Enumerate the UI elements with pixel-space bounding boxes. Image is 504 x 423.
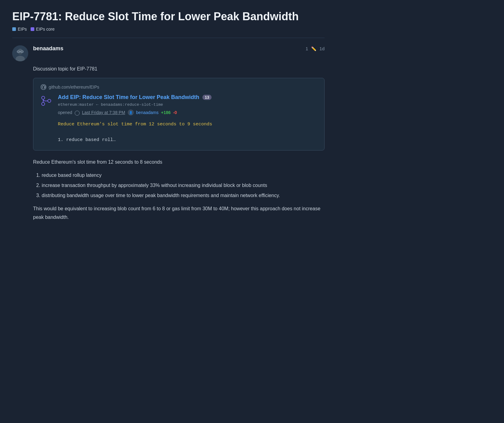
svg-point-8	[42, 96, 45, 99]
github-card-body: Add EIP: Reduce Slot Time for Lower Peak…	[41, 94, 317, 144]
tag-eips[interactable]: EIPs	[12, 27, 27, 32]
github-card-header: github.com/ethereum/EIPs	[41, 84, 317, 90]
tag-eips-label: EIPs	[18, 27, 27, 32]
body-list: reduce based rollup latency increase tra…	[42, 171, 325, 200]
body-extra: This would be equivalent to increasing b…	[33, 204, 325, 221]
post-timestamp: 1d	[319, 46, 325, 51]
avatar-image	[12, 45, 28, 61]
pr-comments-badge: 13	[202, 95, 212, 100]
pr-icon-container	[41, 95, 52, 108]
pr-details: Add EIP: Reduce Slot Time for Lower Peak…	[58, 94, 317, 144]
github-card: github.com/ethereum/EIPs Add EIP: Reduce…	[33, 78, 325, 151]
post-header: benaadams 1 ✏️ 1d	[12, 45, 325, 61]
pr-author-avatar: 👤	[128, 109, 134, 116]
tag-eips-core[interactable]: EIPs core	[31, 27, 55, 32]
tag-eips-square	[12, 27, 16, 31]
code-line-3: 1. reduce based roll…	[58, 136, 317, 144]
branch-from: benaadams:reduce-slot-time	[101, 102, 163, 107]
svg-point-9	[42, 102, 45, 105]
body-intro: Reduce Ethereum's slot time from 12 seco…	[33, 158, 325, 166]
diff-removed: -0	[173, 110, 177, 115]
post-username[interactable]: benaadams	[33, 45, 63, 52]
globe-icon	[75, 111, 80, 116]
pr-merge-icon	[41, 95, 52, 106]
list-item-1: reduce based rollup latency	[42, 171, 325, 179]
code-block: Reduce Ethereum's slot time from 12 seco…	[58, 120, 317, 144]
tags-row: EIPs EIPs core	[12, 27, 325, 32]
post-content: Discussion topic for EIP-7781 github.com…	[33, 66, 325, 221]
diff-added: +186	[161, 110, 171, 115]
tag-core-square	[31, 27, 34, 31]
svg-point-10	[48, 99, 51, 102]
edit-icon[interactable]: ✏️	[311, 46, 316, 51]
pr-opened-info: opened Last Friday at 7:38 PM 👤 benaadam…	[58, 109, 317, 116]
pr-title-row: Add EIP: Reduce Slot Time for Lower Peak…	[58, 94, 317, 101]
pr-opened-label: opened	[58, 110, 72, 115]
github-source-url[interactable]: github.com/ethereum/EIPs	[49, 85, 99, 90]
post-meta: benaadams 1 ✏️ 1d	[33, 45, 325, 52]
code-line-1: Reduce Ethereum's slot time from 12 seco…	[58, 120, 317, 128]
avatar[interactable]	[12, 45, 28, 61]
pr-author-name[interactable]: benaadams	[136, 110, 159, 115]
pr-branch-info: ethereum:master ← benaadams:reduce-slot-…	[58, 102, 317, 107]
list-item-2: increase transaction throughput by appro…	[42, 181, 325, 189]
github-icon	[41, 84, 46, 90]
pr-title-text[interactable]: Add EIP: Reduce Slot Time for Lower Peak…	[58, 94, 199, 101]
post-actions: 1 ✏️ 1d	[306, 46, 325, 51]
tag-core-label: EIPs core	[36, 27, 55, 32]
branch-to: ethereum:master	[58, 102, 94, 107]
svg-point-6	[19, 53, 22, 55]
code-line-2	[58, 128, 317, 136]
post-description: Discussion topic for EIP-7781	[33, 66, 325, 72]
section-divider	[12, 38, 325, 38]
page-title: EIP-7781: Reduce Slot Time for Lower Pea…	[12, 10, 325, 23]
post-number: 1	[306, 46, 308, 51]
branch-arrow: ←	[96, 102, 101, 107]
pr-opened-date[interactable]: Last Friday at 7:38 PM	[82, 110, 125, 115]
list-item-3: distributing bandwidth usage over time t…	[42, 191, 325, 200]
